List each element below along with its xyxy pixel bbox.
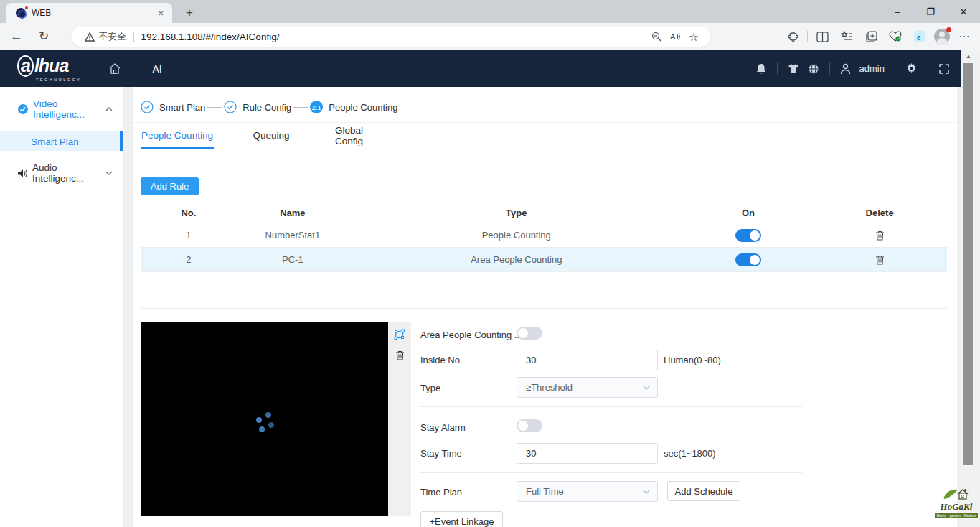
browser-essentials-icon[interactable] <box>885 27 905 47</box>
add-rule-button[interactable]: Add Rule <box>141 177 199 195</box>
step-label: Rule Config <box>242 102 291 113</box>
browser-tab[interactable]: WEB × <box>6 3 172 23</box>
header-separator <box>895 62 895 75</box>
stay-time-input[interactable] <box>517 443 658 464</box>
loading-dots <box>268 422 274 428</box>
column-header-type: Type <box>349 207 684 218</box>
step-check-icon <box>141 101 154 113</box>
copy-tab-icon[interactable] <box>861 27 881 47</box>
collections-icon[interactable] <box>837 27 857 47</box>
tab-queuing[interactable]: Queuing <box>253 122 289 149</box>
table-header-row: No. Name Type On Delete <box>141 202 947 223</box>
step-connector <box>293 107 308 108</box>
minimize-button[interactable]: – <box>881 0 914 23</box>
not-secure-warning-icon <box>85 32 95 42</box>
close-tab-icon[interactable]: × <box>155 8 166 19</box>
add-schedule-button[interactable]: Add Schedule <box>667 481 740 501</box>
profile-avatar[interactable] <box>934 29 950 45</box>
loading-dots <box>256 417 262 423</box>
logo-rest: lhua <box>34 55 68 75</box>
extensions-icon[interactable] <box>783 27 803 47</box>
sidebar-item-label: Smart Plan <box>31 136 79 147</box>
user-icon[interactable] <box>840 63 851 75</box>
sidebar-item-smart-plan[interactable]: Smart Plan <box>0 131 123 151</box>
delete-shape-icon[interactable] <box>395 350 405 360</box>
inside-no-input[interactable] <box>517 350 658 370</box>
scroll-up-icon[interactable]: ▲ <box>966 53 971 60</box>
url-text[interactable]: 192.168.1.108/#/index/AIConfig/ <box>141 32 648 42</box>
active-indicator-bar <box>120 131 123 151</box>
sidebar: Video Intelligenc... Smart Plan Audio In… <box>0 87 123 527</box>
table-row[interactable]: 1 NumberStat1 People Counting <box>141 223 947 248</box>
step-smart-plan[interactable]: Smart Plan <box>141 101 205 113</box>
video-preview[interactable] <box>141 322 388 516</box>
area-people-counting-toggle[interactable] <box>517 327 542 340</box>
ie-mode-icon[interactable]: e <box>910 27 930 47</box>
new-tab-button[interactable]: + <box>181 4 198 22</box>
cell-no: 2 <box>141 254 237 265</box>
hogaki-logo-icon <box>942 485 971 501</box>
type-select[interactable]: ≥Threshold <box>517 377 658 398</box>
svg-text:A: A <box>670 32 676 41</box>
type-label: Type <box>420 383 440 393</box>
time-plan-select-value: Full Time <box>526 486 564 497</box>
loading-dots <box>259 426 265 432</box>
step-rule-config[interactable]: Rule Config <box>224 101 291 113</box>
address-bar[interactable]: 不安全 192.168.1.108/#/index/AIConfig/ A ☆ <box>72 27 710 47</box>
rule-config-form: Area People Counting ... Inside No. Huma… <box>420 322 814 527</box>
back-button[interactable]: ← <box>6 26 27 47</box>
toolbar-separator <box>807 31 808 42</box>
step-people-counting[interactable]: 2.1 People Counting <box>310 101 397 113</box>
delete-trash-icon[interactable] <box>875 255 885 265</box>
inside-no-label: Inside No. <box>420 355 463 365</box>
divider <box>420 406 802 407</box>
cell-name: PC-1 <box>237 254 349 265</box>
tab-bar: People Counting Queuing Global Config <box>141 122 390 149</box>
config-stepper: Smart Plan Rule Config 2.1 People Counti… <box>141 92 397 122</box>
dahua-logo: alhua TECHNOLOGY <box>17 55 82 83</box>
time-plan-select[interactable]: Full Time <box>517 481 658 502</box>
split-screen-icon[interactable] <box>812 27 832 47</box>
notification-bell-icon[interactable] <box>755 62 767 75</box>
tab-global-config[interactable]: Global Config <box>335 122 390 149</box>
column-header-name: Name <box>237 207 349 218</box>
settings-menu-icon[interactable]: ··· <box>954 27 974 47</box>
draw-polygon-icon[interactable] <box>394 329 405 340</box>
stay-alarm-toggle[interactable] <box>517 419 542 432</box>
close-button[interactable]: ✕ <box>947 0 980 23</box>
maximize-button[interactable]: ❐ <box>914 0 947 23</box>
favorite-star-icon[interactable]: ☆ <box>684 27 703 46</box>
event-linkage-button[interactable]: +Event Linkage <box>420 511 503 527</box>
cell-type: Area People Counting <box>349 254 684 265</box>
table-empty-row <box>141 272 947 309</box>
page-scrollbar[interactable]: ▲ <box>961 50 980 527</box>
refresh-button[interactable]: ↻ <box>33 26 55 47</box>
rule-on-toggle[interactable] <box>735 253 761 266</box>
sidebar-item-audio-intelligence[interactable]: Audio Intelligenc... <box>0 159 123 187</box>
zoom-out-icon[interactable] <box>647 27 666 46</box>
scrollbar-thumb[interactable] <box>963 63 973 465</box>
read-aloud-icon[interactable]: A <box>666 27 684 46</box>
area-people-counting-label: Area People Counting ... <box>420 330 522 340</box>
browser-titlebar: WEB × + – ❐ ✕ <box>0 0 980 23</box>
fullscreen-icon[interactable] <box>938 63 950 75</box>
loading-dots <box>265 412 271 418</box>
app-header: alhua TECHNOLOGY AI admin <box>0 50 980 87</box>
globe-icon[interactable] <box>808 63 819 75</box>
audio-intelligence-icon <box>17 167 28 179</box>
delete-trash-icon[interactable] <box>875 230 885 241</box>
gear-icon[interactable] <box>905 62 918 75</box>
hogaki-watermark: HoGaKi Home - garden - Kitchen <box>933 485 980 526</box>
column-header-no: No. <box>141 207 237 218</box>
logo-subtitle: TECHNOLOGY <box>36 78 82 83</box>
table-row-selected[interactable]: 2 PC-1 Area People Counting <box>141 248 947 272</box>
sidebar-item-video-intelligence[interactable]: Video Intelligenc... <box>0 95 123 123</box>
store-icon[interactable] <box>788 63 799 74</box>
nav-ai-title[interactable]: AI <box>153 63 162 75</box>
tab-people-counting[interactable]: People Counting <box>141 122 214 149</box>
watermark-subtitle: Home - garden - Kitchen <box>935 513 978 518</box>
admin-username[interactable]: admin <box>859 63 885 74</box>
rule-on-toggle[interactable] <box>735 229 761 242</box>
home-icon[interactable] <box>108 62 121 75</box>
sidebar-item-label: Audio Intelligenc... <box>32 162 105 184</box>
